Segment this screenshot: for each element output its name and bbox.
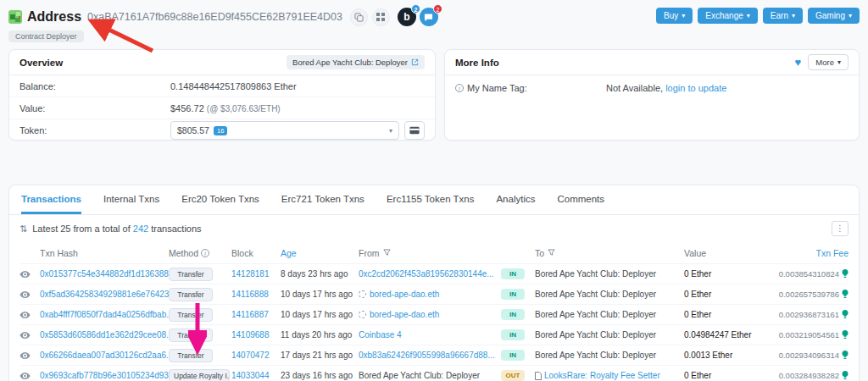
col-txn-fee-toggle[interactable]: Txn Fee <box>815 248 849 258</box>
ens-avatar-icon <box>359 311 366 318</box>
method-badge[interactable]: Transfer <box>169 349 213 362</box>
method-badge[interactable]: Transfer <box>169 308 213 322</box>
table-options-button[interactable]: ⋮ <box>832 221 849 236</box>
from-address[interactable]: Coinbase 4 <box>359 330 402 340</box>
from-address[interactable]: 0xc2cd2062f453a819562830144e... <box>359 269 494 279</box>
txn-hash-link[interactable]: 0x9693cafb778b96e30105234d93... <box>40 371 169 380</box>
txn-hash-link[interactable]: 0x66266daea007ad30126cd2aa6... <box>40 351 169 360</box>
to-address[interactable]: Bored Ape Yacht Club: Deployer <box>535 290 656 299</box>
from-address[interactable]: 0xb83a62426f9055998a96667d88... <box>359 351 495 360</box>
eye-icon <box>19 372 31 380</box>
eye-icon <box>19 331 31 340</box>
block-link[interactable]: 14116887 <box>231 310 269 319</box>
blockscan-button[interactable]: b 2 <box>398 8 416 26</box>
block-link[interactable]: 14070472 <box>231 351 270 360</box>
block-link[interactable]: 14109688 <box>231 330 270 340</box>
chat-badge: 2 <box>433 4 442 14</box>
more-button[interactable]: More▾ <box>808 54 849 70</box>
eth-rate: (@ $3,076.63/ETH) <box>207 104 281 113</box>
direction-badge: IN <box>501 268 525 279</box>
age-text: 23 days 16 hrs ago <box>281 371 353 380</box>
eye-icon <box>19 290 31 299</box>
tab-comments[interactable]: Comments <box>557 194 604 214</box>
col-from: From <box>359 248 501 258</box>
earn-button[interactable]: Earn▾ <box>763 8 803 24</box>
table-row: 0xab4fff7f0850f7dad4a0256dfbab... Transf… <box>19 304 849 324</box>
chat-button[interactable]: 2 <box>420 8 438 26</box>
public-name-tag-badge[interactable]: Bored Ape Yacht Club: Deployer <box>287 55 425 69</box>
tab-erc20-token-txns[interactable]: Erc20 Token Txns <box>181 194 259 214</box>
direction-badge: IN <box>501 309 525 320</box>
filter-icon[interactable] <box>548 249 555 257</box>
gas-lightbulb-icon <box>842 351 849 360</box>
buy-button[interactable]: Buy▾ <box>656 8 693 24</box>
to-address[interactable]: Bored Ape Yacht Club: Deployer <box>535 330 656 340</box>
value-label: Value: <box>19 103 170 113</box>
filter-icon[interactable] <box>383 249 391 257</box>
method-badge[interactable]: Transfer <box>169 329 213 342</box>
direction-badge: OUT <box>501 370 525 381</box>
method-badge[interactable]: Transfer <box>169 288 213 301</box>
txn-hash-link[interactable]: 0x5853d60586dd1e362d29cee08... <box>40 330 169 340</box>
tab-transactions[interactable]: Transactions <box>21 194 81 214</box>
token-dropdown[interactable]: $805.57 16 ▾ <box>170 121 399 140</box>
method-badge[interactable]: Transfer <box>169 268 213 281</box>
txn-hash-link[interactable]: 0x015377c54e344882df1d136388... <box>40 269 169 279</box>
gaming-button[interactable]: Gaming▾ <box>808 8 860 24</box>
login-to-update-link[interactable]: login to update <box>665 83 726 93</box>
balance-label: Balance: <box>19 81 170 91</box>
value-amount: $456.72 <box>170 103 204 113</box>
chevron-down-icon: ▾ <box>389 127 392 135</box>
sort-icon: ⇅ <box>19 224 27 235</box>
total-transactions-link[interactable]: 242 <box>133 224 148 234</box>
external-link-icon <box>411 58 419 66</box>
from-address[interactable]: bored-ape-dao.eth <box>370 310 439 319</box>
gas-lightbulb-icon <box>842 269 849 279</box>
token-label: Token: <box>19 125 170 135</box>
exchange-button[interactable]: Exchange▾ <box>698 8 758 24</box>
from-address[interactable]: Bored Ape Yacht Club: Deployer <box>359 371 480 380</box>
method-badge[interactable]: Update Royalty I... <box>169 369 230 381</box>
to-address[interactable]: LooksRare: Royalty Fee Setter <box>544 371 660 380</box>
eye-preview-button[interactable] <box>19 290 31 299</box>
favorite-heart-icon[interactable]: ♥ <box>795 56 802 69</box>
col-age-toggle[interactable]: Age <box>281 248 297 258</box>
page-header: Address 0xaBA7161A7fb69c88e16ED9f455CE62… <box>8 7 860 46</box>
token-holdings-button[interactable] <box>404 121 425 140</box>
tab-internal-txns[interactable]: Internal Txns <box>103 194 159 214</box>
name-tag-value: Not Available, <box>606 83 663 93</box>
block-link[interactable]: 14116888 <box>231 290 269 299</box>
txn-hash-link[interactable]: 0xf5ad36425834929881e6e76423... <box>40 290 169 299</box>
txn-hash-link[interactable]: 0xab4fff7f0850f7dad4a0256dfbab... <box>40 310 169 319</box>
col-to: To <box>535 248 684 258</box>
to-address[interactable]: Bored Ape Yacht Club: Deployer <box>535 351 656 360</box>
from-address[interactable]: bored-ape-dao.eth <box>370 290 439 299</box>
eye-preview-button[interactable] <box>19 331 31 340</box>
to-address[interactable]: Bored Ape Yacht Club: Deployer <box>535 310 656 319</box>
ens-avatar-icon <box>359 290 366 298</box>
qr-code-icon <box>376 13 385 21</box>
eye-preview-button[interactable] <box>19 372 31 380</box>
table-row: 0xf5ad36425834929881e6e76423... Transfer… <box>19 284 849 304</box>
eye-preview-button[interactable] <box>19 270 31 279</box>
tab-erc1155-token-txns[interactable]: Erc1155 Token Txns <box>387 194 475 214</box>
table-header-row: Txn Hash Method i Block Age From To Valu… <box>19 242 849 263</box>
col-value: Value <box>684 248 767 258</box>
block-link[interactable]: 14128181 <box>231 269 270 279</box>
txn-fee-text: 0.002657539786 <box>779 290 839 299</box>
txn-fee-text: 0.003219054561 <box>779 330 839 340</box>
tab-erc721-token-txns[interactable]: Erc721 Token Txns <box>281 194 364 214</box>
gas-lightbulb-icon <box>842 371 849 380</box>
eye-icon <box>19 270 31 279</box>
block-link[interactable]: 14033044 <box>231 371 270 380</box>
eye-preview-button[interactable] <box>19 311 31 319</box>
eye-preview-button[interactable] <box>19 351 31 360</box>
table-row: 0x9693cafb778b96e30105234d93... Update R… <box>19 365 849 381</box>
qr-code-button[interactable] <box>372 8 390 26</box>
contract-deployer-badge: Contract Deployer <box>8 30 84 42</box>
token-count-badge: 16 <box>214 126 227 135</box>
copy-address-button[interactable] <box>350 8 368 26</box>
info-icon: i <box>201 249 209 257</box>
tab-analytics[interactable]: Analytics <box>496 194 535 214</box>
to-address[interactable]: Bored Ape Yacht Club: Deployer <box>535 269 656 279</box>
